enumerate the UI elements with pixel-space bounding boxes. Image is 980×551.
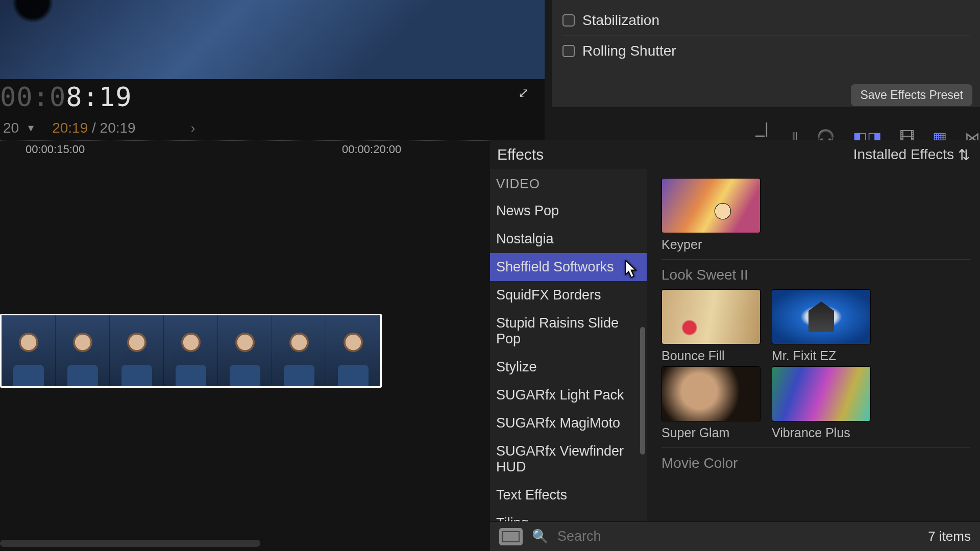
stabilization-label: Stabilization (582, 12, 659, 29)
rolling-shutter-checkbox[interactable] (562, 45, 575, 57)
effect-keyper[interactable]: Keyper (662, 178, 761, 252)
category-text-effects[interactable]: Text Effects (490, 481, 647, 509)
effect-thumbnail (662, 366, 761, 421)
chevron-down-icon[interactable]: ▾ (28, 121, 34, 135)
ruler-tick: 00:00:20:00 (342, 143, 401, 156)
position-ratio: 20:19 / 20:19 (52, 120, 136, 136)
updown-icon: ⇅ (958, 146, 970, 163)
category-stupid-raisins-slide-pop[interactable]: Stupid Raisins Slide Pop (490, 309, 647, 353)
effects-grid[interactable]: Keyper Look Sweet II Bounce Fill Mr. Fix… (647, 169, 980, 521)
effect-vibrance-plus[interactable]: Vibrance Plus (772, 366, 871, 440)
viewer-preview[interactable] (0, 0, 545, 79)
timeline-clip[interactable] (0, 314, 382, 388)
category-news-pop[interactable]: News Pop (490, 197, 647, 225)
effects-browser: Effects Installed Effects⇅ VIDEO News Po… (490, 140, 980, 551)
inspector-panel: Stabilization Rolling Shutter Save Effec… (552, 0, 980, 107)
next-edit-icon[interactable]: › (191, 120, 195, 136)
category-sheffield-softworks[interactable]: Sheffield Softworks (490, 253, 647, 281)
item-count: 7 items (928, 529, 971, 544)
category-stylize[interactable]: Stylize (490, 353, 647, 381)
category-scrollbar[interactable] (640, 327, 645, 455)
timeline-ruler[interactable]: 00:00:15:00 00:00:20:00 (0, 140, 490, 156)
transport-bar: 00:08:19 ⤢ 20 ▾ 20:19 / 20:19 › (0, 79, 545, 140)
effects-category-list[interactable]: VIDEO News PopNostalgiaSheffield Softwor… (490, 169, 647, 521)
search-icon[interactable]: 🔍 (532, 529, 548, 544)
stabilization-row[interactable]: Stabilization (562, 5, 970, 36)
save-effects-preset-button[interactable]: Save Effects Preset (851, 84, 972, 106)
clip-thumbnail (56, 315, 110, 386)
effect-thumbnail (772, 366, 871, 421)
effect-super-glam[interactable]: Super Glam (662, 366, 761, 440)
effects-title: Effects (497, 146, 544, 163)
rolling-shutter-label: Rolling Shutter (582, 43, 676, 59)
effect-bounce-fill[interactable]: Bounce Fill (662, 289, 761, 363)
stabilization-checkbox[interactable] (562, 14, 575, 27)
clip-thumbnail (218, 315, 272, 386)
clip-thumbnail (2, 315, 56, 386)
clip-thumbnail (164, 315, 218, 386)
category-sugarfx-viewfinder-hud[interactable]: SUGARfx Viewfinder HUD (490, 437, 647, 481)
effects-search-input[interactable] (557, 529, 919, 544)
effects-footer: 🔍 7 items (490, 521, 980, 551)
installed-effects-dropdown[interactable]: Installed Effects⇅ (853, 146, 970, 163)
category-tiling[interactable]: Tiling (490, 509, 647, 521)
category-sugarfx-magimoto[interactable]: SUGARfx MagiMoto (490, 409, 647, 437)
rolling-shutter-row[interactable]: Rolling Shutter (562, 36, 970, 66)
current-timecode: 00:08:19 (0, 82, 132, 112)
category-squidfx-borders[interactable]: SquidFX Borders (490, 281, 647, 309)
clip-thumbnail (110, 315, 164, 386)
clip-thumbnail (272, 315, 326, 386)
effect-section-title: Movie Color (662, 447, 970, 471)
fullscreen-icon[interactable]: ⤢ (518, 85, 529, 101)
ruler-tick: 00:00:15:00 (26, 143, 85, 156)
category-section-header: VIDEO (490, 169, 647, 197)
category-sugarfx-light-pack[interactable]: SUGARfx Light Pack (490, 381, 647, 409)
effect-thumbnail (662, 289, 761, 344)
timeline[interactable]: 00:00:15:00 00:00:20:00 (0, 140, 490, 551)
sidebar-toggle-button[interactable] (499, 528, 523, 545)
effect-thumbnail (772, 289, 871, 344)
effect-section-title: Look Sweet II (662, 259, 970, 283)
category-nostalgia[interactable]: Nostalgia (490, 225, 647, 253)
zoom-level[interactable]: 20 (3, 120, 19, 136)
clip-thumbnail (326, 315, 380, 386)
timeline-scrollbar[interactable] (0, 540, 260, 547)
effect-thumbnail (662, 178, 761, 233)
effect-mr-fixit[interactable]: Mr. Fixit EZ (772, 289, 871, 363)
